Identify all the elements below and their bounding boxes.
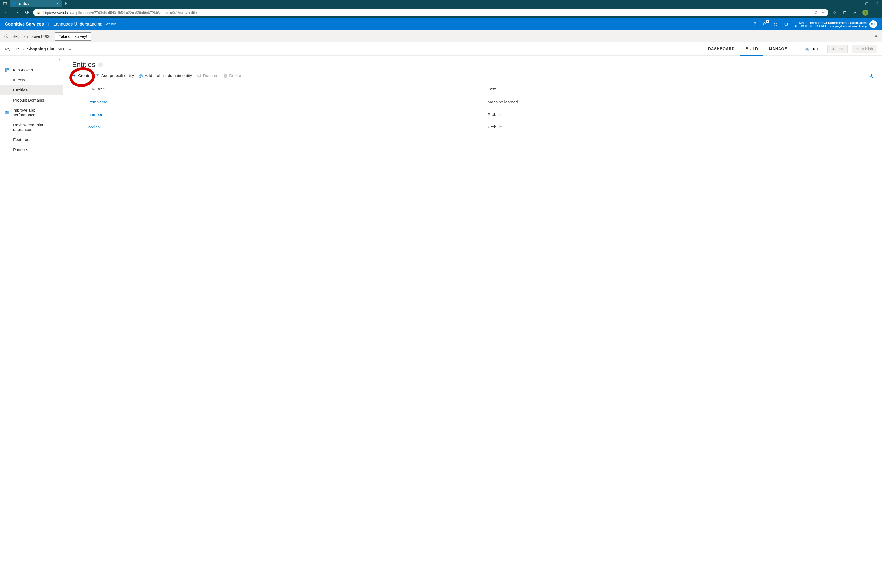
svg-rect-16	[139, 76, 141, 78]
app-assets-icon	[5, 68, 9, 72]
svg-point-10	[6, 113, 8, 114]
command-bar: ＋ Create Add prebuilt entity Add prebuil…	[72, 73, 873, 81]
survey-bar: ⓘ Help us improve LUIS. Take our survey!…	[0, 30, 882, 42]
entity-type: Prebuilt	[485, 121, 873, 134]
delete-button[interactable]: Delete	[223, 73, 241, 78]
plus-icon: ＋	[72, 73, 76, 78]
entity-name-link[interactable]: number	[72, 108, 485, 121]
sidebar-item-review-utterances[interactable]: Review endpoint utterances	[0, 120, 63, 135]
svg-rect-15	[141, 74, 143, 75]
table-row[interactable]: ordinal Prebuilt	[72, 121, 873, 134]
back-button[interactable]: ←	[2, 9, 10, 16]
sidebar-item-entities[interactable]: Entities	[0, 85, 63, 95]
tab-title: Entities	[18, 2, 54, 6]
help-icon[interactable]: ?	[753, 21, 756, 27]
svg-point-6	[6, 111, 7, 112]
add-prebuilt-domain-entity-button[interactable]: Add prebuilt domain entity	[139, 73, 192, 78]
window-maximize-button[interactable]: ▢	[861, 0, 872, 7]
tab-strip-icon[interactable]	[0, 0, 10, 7]
tracking-icon[interactable]: ✧	[822, 10, 825, 15]
entity-type: Machine learned	[485, 96, 873, 108]
sidebar-section-app-assets[interactable]: App Assets	[0, 65, 63, 75]
sidebar-item-prebuilt-domains[interactable]: Prebuilt Domains	[0, 95, 63, 105]
col-header-name[interactable]: Name↑	[72, 82, 485, 96]
sidebar-item-intents[interactable]: Intents	[0, 75, 63, 85]
tab-close-icon[interactable]: ×	[57, 2, 59, 6]
sidebar-section-improve[interactable]: Improve app performance	[0, 105, 63, 120]
svg-line-27	[872, 76, 873, 78]
svg-rect-2	[6, 68, 7, 70]
table-row[interactable]: ItemName Machine learned	[72, 96, 873, 108]
user-avatar: MR	[870, 20, 877, 28]
tab-favicon: L	[12, 2, 16, 6]
notifications-icon[interactable]: 3	[762, 22, 767, 27]
brand-label[interactable]: Cognitive Services	[5, 22, 44, 27]
lock-icon: 🔒	[36, 10, 40, 14]
flask-icon: ⚗	[831, 47, 835, 51]
collections-icon[interactable]: ⊞	[841, 9, 849, 16]
svg-rect-14	[139, 74, 141, 75]
more-icon[interactable]: ⋯	[872, 9, 880, 16]
sliders-icon	[5, 110, 9, 115]
window-minimize-button[interactable]: —	[851, 0, 861, 7]
zoom-icon[interactable]: ⊕	[814, 10, 818, 15]
rename-icon	[197, 74, 201, 78]
chevron-down-icon[interactable]: ⌄	[69, 47, 71, 51]
forward-button[interactable]: →	[12, 9, 21, 16]
reload-button[interactable]: ⟳	[23, 9, 31, 16]
take-survey-button[interactable]: Take our survey!	[55, 32, 91, 40]
page-title: Entities	[72, 60, 95, 69]
breadcrumb-nav-row: My LUIS / Shopping List V0.1 ⌄ DASHBOARD…	[0, 42, 882, 56]
search-icon[interactable]	[868, 73, 873, 78]
user-block[interactable]: Malte.Reimann@studentambassadors.com AUT…	[794, 20, 877, 28]
page-help-icon[interactable]: ?	[98, 62, 103, 67]
feedback-icon[interactable]: ☺	[773, 21, 778, 27]
favorites-icon[interactable]: ☆	[830, 9, 838, 16]
add-prebuilt-entity-button[interactable]: Add prebuilt entity	[95, 73, 134, 78]
info-icon: ⓘ	[4, 34, 8, 39]
window-close-button[interactable]: ✕	[872, 0, 882, 7]
notification-badge: 3	[766, 20, 769, 23]
create-button[interactable]: ＋ Create	[72, 73, 90, 78]
entity-name-link[interactable]: ItemName	[72, 96, 485, 108]
product-label[interactable]: Language Understanding	[54, 22, 103, 27]
browser-tab-active[interactable]: L Entities ×	[10, 0, 62, 7]
settings-icon[interactable]: ⚙	[784, 21, 788, 27]
breadcrumb-root[interactable]: My LUIS	[5, 46, 21, 51]
collapse-sidebar-icon[interactable]: «	[58, 57, 60, 62]
svg-point-8	[8, 112, 9, 113]
rename-button[interactable]: Rename	[197, 73, 219, 78]
svg-rect-1	[3, 2, 6, 3]
breadcrumb-version: V0.1	[58, 47, 64, 51]
breadcrumb-app[interactable]: Shopping List	[27, 46, 54, 51]
train-button[interactable]: ⚙️ Train	[801, 45, 824, 53]
table-row[interactable]: number Prebuilt	[72, 108, 873, 121]
tab-manage[interactable]: MANAGE	[763, 42, 792, 56]
test-button[interactable]: ⚗ Test	[827, 45, 848, 53]
main-content: Entities ? ＋ Create Add prebuilt entity …	[63, 56, 882, 588]
publish-button[interactable]: ⇪ Publish	[852, 45, 877, 53]
add-prebuilt-icon	[95, 74, 100, 78]
svg-point-26	[869, 74, 872, 76]
entities-table: Name↑ Type ItemName Machine learned numb…	[72, 82, 873, 134]
col-header-type[interactable]: Type	[485, 82, 873, 96]
profile-avatar[interactable]: 👤	[861, 9, 870, 16]
tab-dashboard[interactable]: DASHBOARD	[703, 42, 740, 56]
address-bar[interactable]: 🔒 https://www.luis.ai/applications/e7763…	[33, 9, 828, 16]
window-titlebar: L Entities × + — ▢ ✕	[0, 0, 882, 7]
svg-rect-3	[8, 68, 9, 70]
svg-rect-19	[198, 75, 200, 76]
entity-name-link[interactable]: ordinal	[72, 121, 485, 134]
extension-icon[interactable]: ✂	[851, 9, 859, 16]
tab-build[interactable]: BUILD	[740, 42, 764, 56]
entity-type: Prebuilt	[485, 108, 873, 121]
survey-text: Help us improve LUIS.	[12, 34, 51, 39]
publish-icon: ⇪	[856, 47, 859, 51]
new-tab-button[interactable]: +	[62, 0, 70, 7]
sidebar-item-patterns[interactable]: Patterns	[0, 144, 63, 154]
sidebar-item-features[interactable]: Features	[0, 135, 63, 144]
sidebar: « App Assets Intents Entities Prebuilt D…	[0, 56, 63, 588]
breadcrumb: My LUIS / Shopping List V0.1 ⌄	[5, 46, 71, 51]
url-text: https://www.luis.ai/applications/e7763af…	[43, 10, 198, 15]
survey-close-icon[interactable]: ✕	[874, 34, 878, 39]
